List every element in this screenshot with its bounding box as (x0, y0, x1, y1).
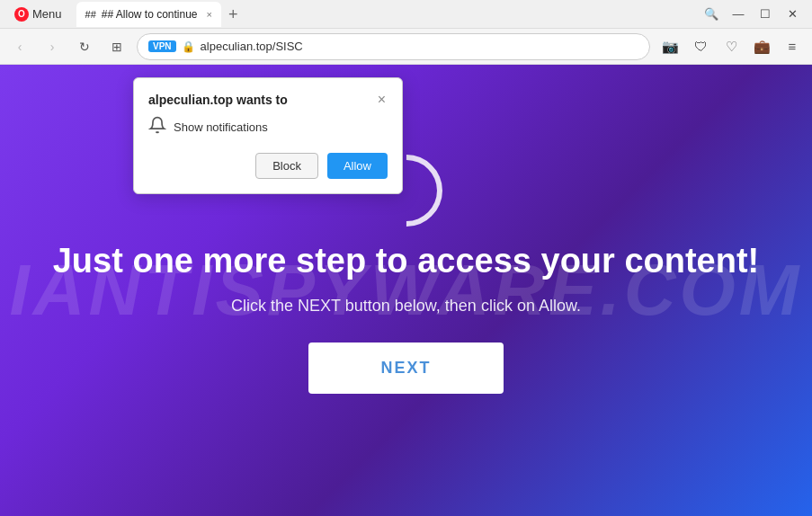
popup-item-text: Show notifications (174, 120, 268, 134)
grid-button[interactable]: ⊞ (104, 34, 129, 59)
next-button[interactable]: NEXT (308, 343, 503, 394)
tab-bar: ## ## Allow to continue × + (76, 2, 692, 27)
url-bar[interactable]: VPN 🔒 alpeculian.top/SISC (137, 33, 650, 60)
wallet-icon[interactable]: 💼 (749, 34, 774, 59)
reload-button[interactable]: ↻ (72, 34, 97, 59)
block-button[interactable]: Block (255, 153, 318, 179)
main-subtext: Click the NEXT button below, then click … (53, 297, 760, 316)
popup-header: alpeculian.top wants to × (148, 93, 388, 107)
popup-item: Show notifications (148, 116, 388, 138)
main-heading: Just one more step to access your conten… (53, 241, 760, 282)
active-tab[interactable]: ## ## Allow to continue × (76, 2, 221, 27)
maximize-button[interactable]: ☐ (753, 2, 778, 27)
menu-icon[interactable]: ≡ (780, 34, 805, 59)
notification-bell-icon (148, 116, 166, 138)
new-tab-button[interactable]: + (223, 6, 244, 22)
titlebar: O Menu ## ## Allow to continue × + 🔍 — ☐… (0, 0, 812, 29)
camera-icon[interactable]: 📷 (657, 34, 683, 59)
tab-title: ## Allow to continue (102, 8, 198, 21)
tab-close-button[interactable]: × (207, 9, 212, 20)
allow-button[interactable]: Allow (327, 153, 388, 179)
opera-menu[interactable]: O Menu (7, 4, 69, 25)
popup-title: alpeculian.top wants to (148, 93, 288, 107)
forward-button[interactable]: › (40, 34, 65, 59)
addressbar: ‹ › ↻ ⊞ VPN 🔒 alpeculian.top/SISC 📷 🛡 ♡ … (0, 29, 812, 65)
lock-icon: 🔒 (182, 40, 195, 53)
page-content: IANTISPYWARE.COM Just one more step to a… (0, 65, 812, 516)
back-button[interactable]: ‹ (7, 34, 32, 59)
notification-popup: alpeculian.top wants to × Show notificat… (133, 77, 403, 194)
tab-favicon: ## (85, 9, 96, 20)
search-button[interactable]: 🔍 (699, 2, 724, 27)
window-controls: 🔍 — ☐ ✕ (699, 2, 805, 27)
toolbar-icons: 📷 🛡 ♡ 💼 ≡ (657, 34, 805, 59)
shield-icon[interactable]: 🛡 (688, 34, 713, 59)
close-button[interactable]: ✕ (780, 2, 805, 27)
main-text-area: Just one more step to access your conten… (17, 241, 796, 394)
menu-label: Menu (32, 7, 62, 21)
minimize-button[interactable]: — (726, 2, 751, 27)
popup-buttons: Block Allow (148, 153, 388, 179)
heart-icon[interactable]: ♡ (718, 34, 744, 59)
popup-close-button[interactable]: × (376, 93, 388, 107)
vpn-badge: VPN (148, 40, 176, 52)
opera-logo: O (14, 7, 29, 22)
url-text: alpeculian.top/SISC (201, 40, 638, 53)
